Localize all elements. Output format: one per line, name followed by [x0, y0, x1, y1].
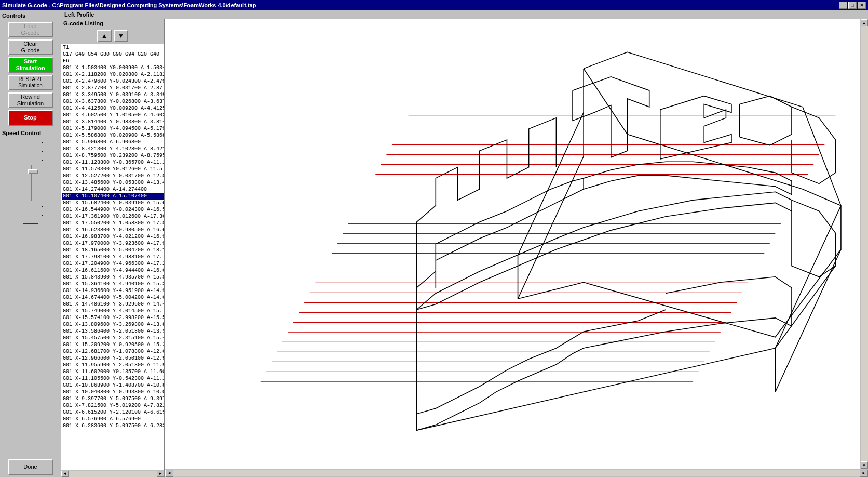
scroll-track-bottom: [173, 470, 860, 476]
gcode-line[interactable]: G01 X-15.682400 Y-0.039100 A-15.682400: [62, 200, 164, 206]
speed-slider-track[interactable]: [18, 165, 49, 201]
gcode-line[interactable]: G01 X-6.283600 Y-5.097500 A-6.283600: [62, 422, 164, 429]
scroll-up-btn[interactable]: ▲: [861, 19, 868, 27]
gcode-line[interactable]: G17 G49 G54 G80 G90 G94 G20 G40: [62, 51, 164, 58]
gcode-line[interactable]: G01 X-14.674400 Y-5.004200 A-14.674400: [62, 294, 164, 301]
gcode-line[interactable]: G01 X-11.105500 Y-0.542300 A-11.105500: [62, 375, 164, 382]
right-section: Left Profile G-code Listing ▲ ▼ T1G17 G4…: [61, 10, 868, 477]
gcode-line[interactable]: G01 X-17.361900 Y0.012600 A-17.361900: [62, 213, 164, 220]
gcode-up-button[interactable]: ▲: [97, 30, 112, 42]
gcode-line[interactable]: G01 X-11.955900 Y-2.051800 A-11.955900: [62, 362, 164, 368]
gcode-line[interactable]: G01 X-16.983700 Y-4.021200 A-16.983700: [62, 233, 164, 240]
gcode-line[interactable]: G01 X-17.798100 Y-4.988100 A-17.798100: [62, 254, 164, 260]
gcode-list[interactable]: T1G17 G49 G54 G80 G90 G94 G20 G40F6G01 X…: [61, 44, 164, 470]
gcode-line[interactable]: G01 X-3.814400 Y-0.983800 A-3.814400: [62, 118, 164, 125]
gcode-line[interactable]: G01 X-17.204900 Y-4.966300 A-17.204900: [62, 260, 164, 267]
rewind-simulation-button[interactable]: Rewind Simulation: [8, 92, 53, 108]
gcode-line[interactable]: G01 X-13.485600 Y-0.053800 A-13.485600: [62, 179, 164, 186]
gcode-line[interactable]: G01 X-15.574100 Y-2.998200 A-15.574100: [62, 314, 164, 321]
gcode-line[interactable]: G01 X-8.759500 Y0.239200 A-8.759500: [62, 152, 164, 159]
gcode-line[interactable]: G01 X-13.586400 Y-2.051800 A-13.586400: [62, 328, 164, 335]
restart-simulation-button[interactable]: RESTART Simulation: [8, 75, 53, 90]
done-button[interactable]: Done: [8, 459, 53, 475]
main-container: Controls Load G-code Clear G-code Start …: [0, 10, 868, 477]
gcode-down-button[interactable]: ▼: [114, 30, 128, 42]
visualization-svg: [165, 19, 860, 469]
gcode-line[interactable]: G01 X-10.868900 Y-1.408700 A-10.868900: [62, 382, 164, 389]
gcode-line[interactable]: G01 X-2.118200 Y0.020800 A-2.118200: [62, 71, 164, 78]
gcode-line[interactable]: G01 X-4.602500 Y-1.010500 A-4.602500: [62, 112, 164, 118]
gcode-line[interactable]: T1: [62, 44, 164, 51]
start-simulation-button[interactable]: Start Simulation: [8, 57, 53, 73]
scroll-right-btn-bottom[interactable]: ►: [860, 470, 868, 477]
speed-line-4: [23, 206, 38, 206]
svg-rect-0: [200, 19, 825, 469]
speed-marker-6: -: [42, 221, 43, 227]
gcode-line[interactable]: G01 X-14.486100 Y-3.929600 A-14.486100: [62, 301, 164, 308]
speed-marker-5: -: [42, 212, 43, 218]
gcode-scrollbar-horizontal[interactable]: ◄ ►: [61, 470, 164, 477]
gcode-line[interactable]: G01 X-3.637800 Y-0.026800 A-3.637800: [62, 98, 164, 105]
gcode-line[interactable]: G01 X-3.349500 Y-0.039100 A-3.349500: [62, 91, 164, 98]
clear-gcode-button[interactable]: Clear G-code: [8, 39, 53, 55]
scroll-left-btn-bottom[interactable]: ◄: [165, 470, 173, 477]
speed-tick-2: -: [23, 148, 43, 154]
visualization-area: [165, 19, 860, 469]
gcode-line[interactable]: G01 X-13.809600 Y-3.269800 A-13.809600: [62, 321, 164, 328]
gcode-line[interactable]: G01 X-18.165000 Y-5.004200 A-18.165000: [62, 247, 164, 254]
stop-button[interactable]: Stop: [8, 110, 53, 126]
gcode-line[interactable]: F6: [62, 58, 164, 64]
gcode-line[interactable]: G01 X-6.615200 Y-2.120100 A-6.615200: [62, 409, 164, 416]
scroll-down-btn[interactable]: ▼: [861, 461, 868, 469]
gcode-listing-header: G-code Listing: [61, 19, 164, 28]
gcode-line[interactable]: G01 X-14.936600 Y-4.951900 A-14.936600: [62, 287, 164, 294]
close-button[interactable]: ✕: [858, 2, 866, 9]
gcode-line[interactable]: G01 X-15.107400 A-15.107400: [62, 193, 164, 200]
speed-control-label: Speed Control: [2, 130, 59, 136]
speed-marker-3: -: [42, 157, 43, 163]
gcode-line[interactable]: G01 X-11.128800 Y-0.365700 A-11.128800: [62, 159, 164, 166]
gcode-line[interactable]: G01 X-15.457500 Y-2.315100 A-15.457500: [62, 335, 164, 341]
bottom-scrollbar[interactable]: ◄ ►: [165, 469, 868, 477]
load-gcode-button[interactable]: Load G-code: [8, 22, 53, 37]
left-profile-header: Left Profile: [61, 10, 868, 19]
gcode-line[interactable]: G01 X-15.364100 Y-4.940100 A-15.364100: [62, 281, 164, 287]
gcode-line[interactable]: G01 X-9.397700 Y-5.097500 A-9.397700: [62, 395, 164, 402]
speed-thumb[interactable]: [28, 169, 38, 174]
gcode-line[interactable]: G01 X-12.681700 Y-1.078800 A-12.681700: [62, 348, 164, 355]
gcode-line[interactable]: G01 X-5.179000 Y-4.094500 A-5.179000: [62, 125, 164, 132]
minimize-button[interactable]: _: [839, 2, 847, 9]
gcode-line[interactable]: G01 X-12.966600 Y-2.050100 A-12.966600: [62, 355, 164, 362]
gcode-line[interactable]: G01 X-6.576900 A-6.576900: [62, 416, 164, 422]
gcode-line[interactable]: G01 X-1.503400 Y0.000900 A-1.503400: [62, 64, 164, 71]
gcode-line[interactable]: G01 X-16.544900 Y-0.024300 A-16.544900: [62, 206, 164, 213]
gcode-line[interactable]: G01 X-2.877700 Y-0.031700 A-2.877700: [62, 85, 164, 91]
maximize-button[interactable]: □: [848, 2, 857, 9]
scroll-right-btn[interactable]: ►: [157, 471, 164, 477]
scroll-track-h: [69, 471, 157, 477]
speed-line-1: [23, 142, 38, 142]
gcode-line[interactable]: G01 X-2.479600 Y-0.024300 A-2.479600: [62, 78, 164, 85]
gcode-line[interactable]: G01 X-10.040800 Y-0.993800 A-10.040800: [62, 389, 164, 395]
gcode-line[interactable]: G01 X-4.412500 Y0.009200 A-4.412500: [62, 105, 164, 112]
gcode-line[interactable]: G01 X-5.906800 A-6.906800: [62, 139, 164, 145]
gcode-line[interactable]: G01 X-14.274400 A-14.274400: [62, 186, 164, 193]
gcode-line[interactable]: G01 X-16.623800 Y-0.980500 A-16.623800: [62, 227, 164, 233]
controls-label: Controls: [2, 12, 59, 19]
gcode-line[interactable]: G01 X-8.421300 Y-4.102800 A-8.421300: [62, 145, 164, 152]
gcode-line[interactable]: G01 X-17.550200 Y-1.058800 A-17.550200: [62, 220, 164, 227]
gcode-line[interactable]: G01 X-16.611600 Y-4.944400 A-16.611600: [62, 267, 164, 274]
gcode-line[interactable]: G01 X-17.970000 Y-3.923600 A-17.970000: [62, 240, 164, 247]
gcode-line[interactable]: G01 X-12.527200 Y-0.031700 A-12.527200: [62, 173, 164, 179]
gcode-line[interactable]: G01 X-15.209200 Y-0.920500 A-15.209200: [62, 341, 164, 348]
scroll-left-btn[interactable]: ◄: [61, 471, 69, 477]
content-area: G-code Listing ▲ ▼ T1G17 G49 G54 G80 G90…: [61, 19, 868, 477]
gcode-line[interactable]: G01 X-11.570300 Y0.012600 A-11.570300: [62, 166, 164, 173]
gcode-line[interactable]: G01 X-15.749000 Y-4.014500 A-15.749000: [62, 308, 164, 314]
gcode-line[interactable]: G01 X-5.586800 Y0.020900 A-5.586800: [62, 132, 164, 139]
gcode-line[interactable]: G01 X-15.843900 Y-4.935700 A-15.843900: [62, 274, 164, 281]
viz-container: ▲ ▼ ◄ ►: [165, 19, 868, 477]
gcode-line[interactable]: G01 X-7.821500 Y-5.019200 A-7.821500: [62, 402, 164, 409]
gcode-line[interactable]: G01 X-11.602000 Y0.135700 A-11.602000: [62, 368, 164, 375]
viz-scrollbar-right[interactable]: ▲ ▼: [860, 19, 868, 469]
